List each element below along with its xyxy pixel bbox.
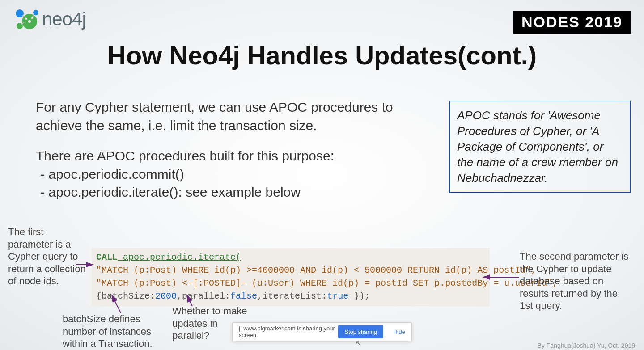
svg-point-7 — [28, 20, 31, 23]
code-function-name: apoc.periodic.iterate( — [118, 252, 241, 262]
code-call-keyword: CALL — [96, 252, 118, 262]
annotation-first-param: The first parameter is a Cypher query to… — [8, 226, 89, 287]
code-param2: "MATCH (p:Post) <-[:POSTED]- (u:User) WH… — [96, 277, 485, 290]
code-parallel-value: false — [230, 291, 257, 301]
logo-text: neo4j — [42, 8, 86, 30]
footer-credit: By Fanghua(Joshua) Yu, Oct. 2019 — [538, 342, 635, 349]
slide-title: How Neo4j Handles Updates(cont.) — [0, 40, 644, 70]
event-badge: NODES 2019 — [513, 11, 631, 34]
code-batch-value: 2000 — [155, 291, 177, 301]
paragraph-1: For any Cypher statement, we can use APO… — [36, 98, 438, 135]
neo4j-logo: neo4j — [13, 8, 86, 30]
screen-share-bar: || www.bigmarker.com is sharing your scr… — [232, 322, 412, 341]
cursor-icon: ↖ — [356, 339, 361, 347]
apoc-definition-box: APOC stands for 'Awesome Procedures of C… — [449, 101, 631, 193]
svg-point-9 — [31, 17, 33, 19]
svg-point-8 — [25, 18, 27, 20]
code-example: CALL apoc.periodic.iterate( "MATCH (p:Po… — [92, 248, 490, 306]
bullet-iterate: - apoc.periodic.iterate(): see example b… — [40, 183, 438, 202]
svg-point-1 — [16, 9, 24, 17]
code-opts-close: }); — [348, 291, 370, 301]
annotation-second-param: The second parameter is the Cypher to up… — [520, 250, 631, 312]
code-opt-mid2: ,iterateList: — [257, 291, 327, 301]
paragraph-2: There are APOC procedures built for this… — [36, 147, 438, 165]
stop-sharing-button[interactable]: Stop sharing — [338, 325, 383, 338]
hide-sharebar-button[interactable]: Hide — [387, 329, 411, 335]
code-param1: "MATCH (p:Post) WHERE id(p) >=4000000 AN… — [96, 264, 485, 277]
slide-body: For any Cypher statement, we can use APO… — [36, 98, 438, 202]
code-opts-open: {batchSize: — [96, 291, 155, 301]
annotation-batchsize: batchSize defines number of instances wi… — [63, 313, 174, 350]
neo4j-logo-icon — [13, 8, 40, 30]
code-opt-mid1: ,parallel: — [177, 291, 230, 301]
code-iteratelist-value: true — [327, 291, 348, 301]
share-message: || www.bigmarker.com is sharing your scr… — [233, 325, 338, 338]
bullet-commit: - apoc.periodic.commit() — [40, 165, 438, 184]
